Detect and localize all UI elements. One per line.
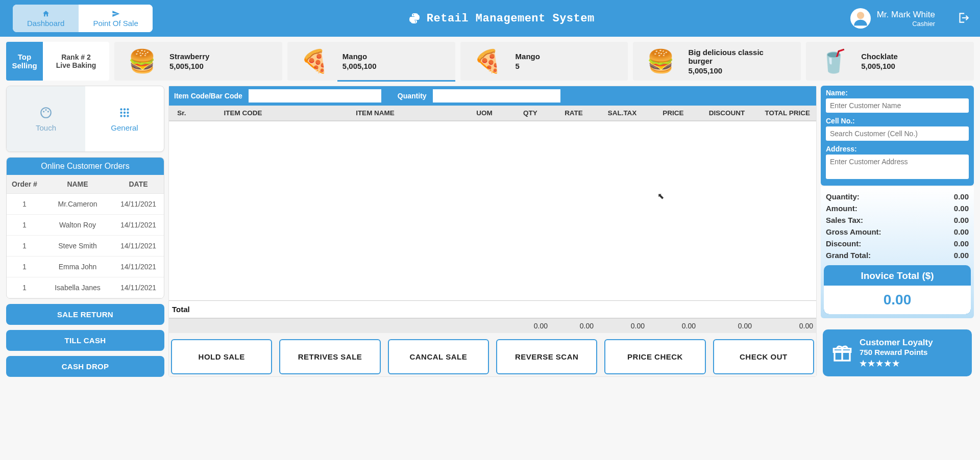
app-header: Dashboard Point Of Sale Retail Managemen… xyxy=(0,0,980,37)
order-name: Mr.Cameron xyxy=(42,194,113,215)
customer-cell-input[interactable] xyxy=(826,126,969,141)
invoice-box: Inovice Total ($) 0.00 xyxy=(824,265,971,314)
summary-val: 0.00 xyxy=(954,251,969,260)
summary-val: 0.00 xyxy=(954,204,969,213)
mode-card: Touch General xyxy=(6,86,164,152)
summary-panel: Quantity:0.00Amount:0.00Sales Tax:0.00Gr… xyxy=(821,187,974,318)
user-role: Cashier xyxy=(877,20,935,28)
product-name: Strawberry xyxy=(169,52,209,61)
customer-cell-label: Cell No.: xyxy=(826,117,969,125)
tab-dashboard[interactable]: Dashboard xyxy=(13,5,79,32)
order-num: 1 xyxy=(7,257,42,277)
tab-dashboard-label: Dashboard xyxy=(27,19,64,28)
quantity-label: Quantity xyxy=(398,92,427,100)
top-selling-label-1: Top xyxy=(18,53,31,61)
action-row: HOLD SALE RETRIVES SALE CANCAL SALE REVE… xyxy=(169,333,816,376)
mode-general[interactable]: General xyxy=(85,86,164,151)
order-num: 1 xyxy=(7,277,42,298)
user-info: Mr. Mark White Cashier xyxy=(877,10,935,28)
retrieve-sale-button[interactable]: RETRIVES SALE xyxy=(279,339,380,374)
cash-drop-button[interactable]: CASH DROP xyxy=(6,356,164,377)
hold-sale-button[interactable]: HOLD SALE xyxy=(171,339,272,374)
product-name: Mango xyxy=(516,52,540,61)
col-rate: RATE xyxy=(551,106,597,120)
table-row[interactable]: 1Isabella Janes14/11/2021 xyxy=(7,277,164,298)
tab-pos[interactable]: Point Of Sale xyxy=(79,5,152,32)
top-selling-row: Top Selling Rank # 2 Live Baking Strawbe… xyxy=(0,37,980,83)
svg-point-8 xyxy=(120,111,122,113)
reverse-scan-button[interactable]: REVERSE SCAN xyxy=(496,339,597,374)
grid-header: Sr. ITEM CODE ITEM NAME UOM QTY RATE SAL… xyxy=(169,106,816,121)
total-rate: 0.00 xyxy=(551,319,597,333)
quantity-input[interactable] xyxy=(433,89,560,103)
svg-point-0 xyxy=(857,12,864,19)
product-card-3[interactable]: Big delicious classic burger5,005,100 xyxy=(633,42,801,81)
svg-point-11 xyxy=(120,115,122,117)
product-image-icon xyxy=(468,45,508,78)
svg-point-6 xyxy=(124,108,126,110)
summary-key: Grand Total: xyxy=(826,251,871,260)
item-code-input[interactable] xyxy=(249,89,381,103)
rank-line-1: Rank # 2 xyxy=(61,53,91,61)
order-date: 14/11/2021 xyxy=(113,215,164,236)
total-disc: 0.00 xyxy=(699,319,755,333)
top-selling-label: Top Selling xyxy=(6,42,43,81)
summary-key: Sales Tax: xyxy=(826,216,863,224)
main-layout: Touch General Online Customer Orders Ord… xyxy=(0,83,980,382)
order-name: Steve Smith xyxy=(42,236,113,257)
code-bar: Item Code/Bar Code Quantity xyxy=(169,86,816,106)
invoice-title: Inovice Total ($) xyxy=(824,265,971,286)
customer-address-label: Address: xyxy=(826,145,969,153)
product-image-icon xyxy=(121,45,162,78)
summary-val: 0.00 xyxy=(954,239,969,248)
order-date: 14/11/2021 xyxy=(113,277,164,298)
product-name: Big delicious classic burger xyxy=(688,48,775,65)
product-image-icon xyxy=(640,45,681,78)
table-row[interactable]: 1Steve Smith14/11/2021 xyxy=(7,236,164,257)
col-total: TOTAL PRICE xyxy=(755,106,816,120)
palette-icon xyxy=(39,106,53,119)
avatar[interactable] xyxy=(850,8,871,29)
product-card-0[interactable]: Strawberry5,005,100 xyxy=(114,42,282,81)
customer-name-input[interactable] xyxy=(826,98,969,113)
checkout-button[interactable]: CHECK OUT xyxy=(713,339,814,374)
summary-key: Quantity: xyxy=(826,192,860,201)
grid-icon xyxy=(118,106,131,119)
cancel-sale-button[interactable]: CANCAL SALE xyxy=(388,339,489,374)
orders-col-name: NAME xyxy=(42,175,113,194)
order-name: Isabella Janes xyxy=(42,277,113,298)
svg-point-4 xyxy=(47,111,49,112)
customer-address-input[interactable] xyxy=(826,155,969,179)
col-uom: UOM xyxy=(459,106,510,120)
mode-touch[interactable]: Touch xyxy=(7,86,85,151)
loyalty-box[interactable]: Customer Loyalty 750 Reward Points ★★★★★ xyxy=(823,329,972,376)
summary-line: Gross Amount:0.00 xyxy=(822,226,973,238)
total-qty: 0.00 xyxy=(510,319,551,333)
till-cash-button[interactable]: TILL CASH xyxy=(6,330,164,351)
svg-point-2 xyxy=(43,111,44,112)
orders-card: Online Customer Orders Order # NAME DATE… xyxy=(6,157,164,299)
avatar-icon xyxy=(852,10,869,27)
logout-button[interactable] xyxy=(957,11,970,26)
product-card-1[interactable]: Mango5,005,100 xyxy=(287,42,455,81)
grid-total-row: Total xyxy=(169,300,816,318)
product-price: 5,005,100 xyxy=(861,62,898,70)
product-price: 5 xyxy=(516,62,540,70)
nav-tabs: Dashboard Point Of Sale xyxy=(13,5,153,32)
product-card-4[interactable]: Chocklate5,005,100 xyxy=(806,42,974,81)
price-check-button[interactable]: PRICE CHECK xyxy=(604,339,705,374)
summary-val: 0.00 xyxy=(954,216,969,224)
tab-pos-label: Point Of Sale xyxy=(93,19,138,28)
right-panel: Name: Cell No.: Address: Quantity:0.00Am… xyxy=(821,86,974,377)
sale-return-button[interactable]: SALE RETURN xyxy=(6,304,164,325)
order-num: 1 xyxy=(7,215,42,236)
logout-icon xyxy=(957,11,970,24)
col-qty: QTY xyxy=(510,106,551,120)
table-row[interactable]: 1Emma John14/11/2021 xyxy=(7,257,164,277)
invoice-value: 0.00 xyxy=(824,286,971,314)
table-row[interactable]: 1Mr.Cameron14/11/2021 xyxy=(7,194,164,215)
product-card-2[interactable]: Mango5 xyxy=(460,42,628,81)
loyalty-text: Customer Loyalty 750 Reward Points ★★★★★ xyxy=(860,338,933,368)
table-row[interactable]: 1Walton Roy14/11/2021 xyxy=(7,215,164,236)
customer-name-label: Name: xyxy=(826,89,969,97)
